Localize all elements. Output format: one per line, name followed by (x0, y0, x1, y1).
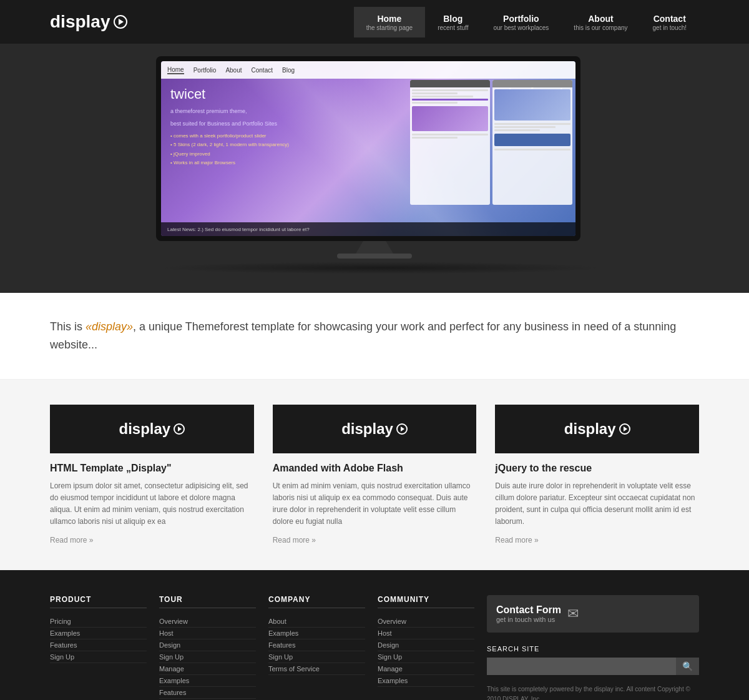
desc-before: This is (50, 320, 86, 333)
features-section: display HTML Template „Display" Lorem ip… (0, 380, 749, 571)
footer-heading: TOUR (159, 595, 256, 608)
nav-sub: get in touch! (653, 24, 687, 31)
footer-col-2: COMPANYAboutExamplesFeaturesSign UpTerms… (268, 595, 365, 700)
footer-contact-col: Contact Form get in touch with us ✉ SEAR… (487, 595, 699, 700)
hero-desc2: best suited for Business and Portfolio S… (170, 120, 308, 129)
footer-link[interactable]: Sign Up (50, 651, 147, 663)
footer-link[interactable]: Overview (378, 616, 474, 628)
feature-logo-box: display (50, 405, 254, 453)
logo-text: display (50, 12, 110, 32)
contact-form-box[interactable]: Contact Form get in touch with us ✉ (487, 595, 699, 633)
monitor-shadow (156, 262, 605, 274)
footer-link[interactable]: About (268, 616, 365, 628)
hero-inner-nav: Home Portfolio About Contact Blog (161, 61, 575, 79)
footer-link[interactable]: Overview (159, 616, 256, 628)
footer-link[interactable]: Manage (378, 663, 474, 675)
feature-play-icon (174, 423, 185, 435)
feature-card-1: display Amanded with Adobe Flash Ut enim… (273, 405, 477, 546)
footer-col-1: TOUROverviewHostDesignSign UpManageExamp… (159, 595, 256, 700)
footer-link[interactable]: Pricing (50, 616, 147, 628)
hero-inner-title: twicet (170, 86, 308, 102)
monitor-stand (356, 241, 393, 254)
nav-sub: our best workplaces (493, 24, 549, 31)
nav-item-about[interactable]: Aboutthis is our company (561, 7, 640, 37)
logo-play-icon (114, 15, 127, 29)
hero-bottom-bar: Latest News: 2.) Sed do eiusmod tempor i… (161, 222, 575, 236)
nav-item-blog[interactable]: Blogrecent stuff (425, 7, 481, 37)
hero-bullet: • 5 Skins (2 dark, 2 light, 1 modern wit… (170, 140, 308, 149)
feature-card-2: display jQuery to the rescue Duis aute i… (495, 405, 699, 546)
footer-link[interactable]: Examples (159, 675, 256, 687)
footer: PRODUCTPricingExamplesFeaturesSign UpTOU… (0, 570, 749, 700)
nav-item-home[interactable]: Homethe starting page (354, 7, 426, 37)
mini-screen-1 (410, 80, 490, 205)
hero-bullets: • comes with a sleek portfolio/product s… (170, 132, 308, 168)
nav-sub: this is our company (574, 24, 627, 31)
hero-desc1: a themeforest premium theme, (170, 107, 308, 116)
footer-link[interactable]: Features (159, 687, 256, 699)
mini-screen-2 (492, 80, 572, 205)
hero-nav-about: About (225, 67, 242, 74)
footer-link[interactable]: Manage (159, 663, 256, 675)
footer-link[interactable]: Design (378, 639, 474, 651)
desc-brand: «display» (86, 320, 133, 333)
hero-nav-portfolio: Portfolio (193, 67, 217, 74)
desc-after: , a unique Themeforest template for show… (50, 320, 676, 351)
feature-logo-text: display (119, 420, 170, 438)
feature-title: Amanded with Adobe Flash (273, 463, 477, 474)
feature-title: HTML Template „Display" (50, 463, 254, 474)
footer-link[interactable]: Sign Up (378, 651, 474, 663)
footer-col-3: COMMUNITYOverviewHostDesignSign UpManage… (378, 595, 474, 700)
footer-link[interactable]: Host (159, 628, 256, 639)
search-button[interactable]: 🔍 (676, 658, 699, 675)
hero-content-left: twicet a themeforest premium theme, best… (170, 86, 308, 168)
footer-link[interactable]: Examples (268, 628, 365, 639)
nav-label: Blog (443, 14, 463, 24)
feature-play-icon (396, 423, 408, 435)
hero-bullet: • jQuery improved (170, 150, 308, 159)
search-row: 🔍 (487, 658, 699, 675)
hero-nav-contact: Contact (252, 67, 273, 74)
footer-heading: COMMUNITY (378, 595, 474, 608)
feature-logo-box: display (495, 405, 699, 453)
footer-link[interactable]: Examples (50, 628, 147, 639)
read-more-link[interactable]: Read more » (50, 536, 93, 545)
feature-card-0: display HTML Template „Display" Lorem ip… (50, 405, 254, 546)
footer-heading: PRODUCT (50, 595, 147, 608)
footer-link[interactable]: Examples (378, 675, 474, 687)
main-nav: Homethe starting pageBlogrecent stuffPor… (354, 7, 699, 37)
nav-label: Home (377, 14, 401, 24)
footer-link[interactable]: Features (268, 639, 365, 651)
contact-form-title: Contact Form (496, 604, 561, 616)
footer-link[interactable]: Terms of Service (268, 663, 365, 675)
footer-bottom-text: This site is completely powered by the d… (487, 684, 699, 700)
nav-sub: the starting page (366, 24, 413, 31)
monitor-base (337, 254, 412, 259)
hero-screens-right (410, 80, 572, 205)
hero-news: Latest News: 2.) Sed do eiusmod tempor i… (167, 227, 310, 232)
footer-link[interactable]: Host (378, 628, 474, 639)
hero-nav-blog: Blog (282, 67, 295, 74)
footer-grid: PRODUCTPricingExamplesFeaturesSign UpTOU… (50, 595, 699, 700)
footer-link[interactable]: Sign Up (268, 651, 365, 663)
footer-link[interactable]: Features (50, 639, 147, 651)
read-more-link[interactable]: Read more » (495, 536, 538, 545)
feature-title: jQuery to the rescue (495, 463, 699, 474)
logo[interactable]: display (50, 12, 127, 32)
nav-label: Portfolio (503, 14, 539, 24)
nav-item-portfolio[interactable]: Portfolioour best workplaces (481, 7, 561, 37)
feature-logo-box: display (273, 405, 477, 453)
footer-link[interactable]: Sign Up (159, 651, 256, 663)
nav-label: About (588, 14, 613, 24)
feature-logo-text: display (564, 420, 616, 438)
hero-screen: Home Portfolio About Contact Blog twicet… (161, 61, 575, 236)
footer-link[interactable]: Design (159, 639, 256, 651)
search-input[interactable] (487, 658, 676, 675)
nav-item-contact[interactable]: Contactget in touch! (640, 7, 699, 37)
footer-heading: COMPANY (268, 595, 365, 608)
description-section: This is «display», a unique Themeforest … (0, 293, 749, 380)
features-grid: display HTML Template „Display" Lorem ip… (50, 405, 699, 546)
hero-nav-home: Home (167, 66, 184, 74)
read-more-link[interactable]: Read more » (273, 536, 316, 545)
mail-icon: ✉ (567, 606, 579, 622)
